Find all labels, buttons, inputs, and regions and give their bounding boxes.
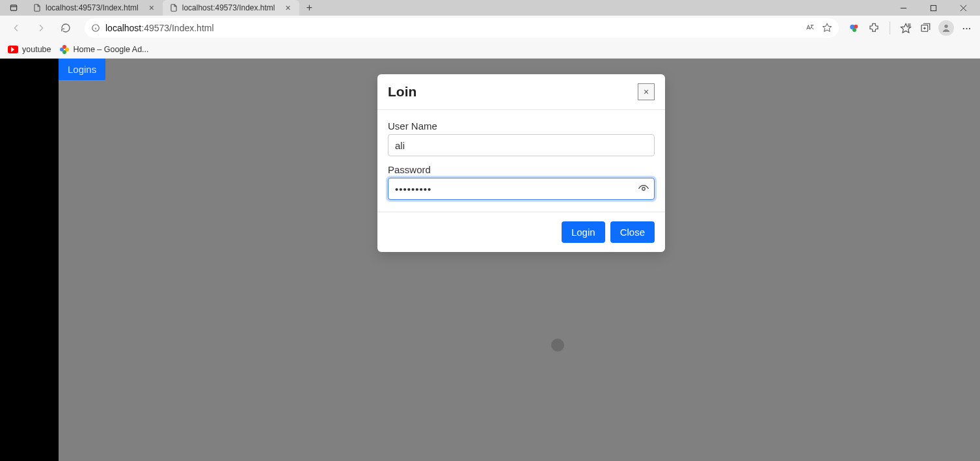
profile-avatar-icon[interactable]: [938, 20, 954, 36]
browser-chrome: localhost:49573/Index.html × localhost:4…: [0, 0, 980, 59]
page-overlay: Logins Loin × User Name Password: [59, 59, 980, 461]
bookmark-label: Home – Google Ad...: [73, 45, 148, 54]
modal-footer: Login Close: [377, 212, 665, 252]
username-input[interactable]: [388, 134, 655, 156]
tab-close-icon[interactable]: ×: [146, 3, 157, 13]
svg-rect-0: [10, 5, 16, 10]
bookmarks-bar: youtube Home – Google Ad...: [0, 40, 980, 59]
window-minimize-icon[interactable]: [892, 0, 915, 16]
tab-label: localhost:49573/Index.html: [182, 3, 275, 12]
login-button[interactable]: Login: [562, 221, 605, 243]
page-icon: [169, 3, 178, 12]
svg-point-11: [854, 25, 858, 29]
logins-button[interactable]: Logins: [59, 59, 105, 80]
new-tab-button[interactable]: +: [302, 0, 318, 16]
more-menu-icon[interactable]: ···: [960, 21, 973, 35]
window-close-icon[interactable]: [951, 0, 975, 16]
svg-marker-13: [901, 23, 911, 33]
password-label: Password: [388, 164, 655, 175]
modal-title: Loin: [388, 84, 416, 100]
close-button[interactable]: Close: [610, 221, 655, 243]
browser-tab[interactable]: localhost:49573/Index.html ×: [26, 0, 163, 16]
cursor-highlight-dot: [551, 339, 564, 352]
tab-actions-icon[interactable]: [5, 1, 22, 15]
bookmark-item[interactable]: youtube: [8, 45, 51, 54]
nav-back-icon[interactable]: [7, 18, 26, 38]
site-info-icon[interactable]: [91, 23, 100, 33]
favorites-icon[interactable]: [899, 21, 912, 35]
toolbar-right: ···: [848, 20, 973, 36]
svg-point-20: [642, 188, 646, 191]
address-url: localhost:49573/Index.html: [105, 23, 800, 33]
svg-point-12: [852, 28, 856, 32]
page-icon: [33, 3, 42, 12]
tab-strip: localhost:49573/Index.html × localhost:4…: [5, 0, 318, 16]
left-dark-margin: [0, 59, 59, 461]
page-viewport: Logins Loin × User Name Password: [0, 59, 980, 461]
svg-point-19: [944, 25, 947, 28]
nav-refresh-icon[interactable]: [56, 18, 75, 38]
login-modal: Loin × User Name Password: [377, 74, 665, 252]
modal-header: Loin ×: [377, 74, 665, 110]
bookmark-item[interactable]: Home – Google Ad...: [60, 45, 148, 54]
youtube-favicon-icon: [8, 46, 18, 53]
translate-icon[interactable]: [805, 22, 815, 35]
modal-close-button[interactable]: ×: [638, 83, 655, 100]
bookmark-label: youtube: [22, 45, 51, 54]
svg-rect-3: [931, 5, 936, 10]
browser-tab[interactable]: localhost:49573/Index.html ×: [163, 0, 299, 16]
username-label: User Name: [388, 120, 655, 132]
extensions-icon[interactable]: [867, 21, 880, 35]
svg-marker-9: [823, 23, 831, 31]
nav-forward-icon[interactable]: [31, 18, 51, 38]
tab-label: localhost:49573/Index.html: [46, 3, 139, 12]
window-maximize-icon[interactable]: [921, 0, 945, 16]
password-input[interactable]: [388, 178, 655, 200]
toolbar-separator: [890, 21, 890, 35]
favorite-star-icon[interactable]: [822, 22, 832, 35]
address-bar[interactable]: localhost:49573/Index.html: [85, 18, 839, 38]
extension-color-icon[interactable]: [848, 21, 861, 35]
browser-toolbar: localhost:49573/Index.html: [0, 16, 980, 40]
browser-titlebar: localhost:49573/Index.html × localhost:4…: [0, 0, 980, 16]
reveal-password-icon[interactable]: [638, 183, 649, 195]
modal-body: User Name Password: [377, 110, 665, 212]
tab-close-icon[interactable]: ×: [283, 3, 293, 13]
google-favicon-icon: [60, 45, 69, 54]
window-controls: [892, 0, 980, 16]
collections-icon[interactable]: [919, 21, 932, 35]
